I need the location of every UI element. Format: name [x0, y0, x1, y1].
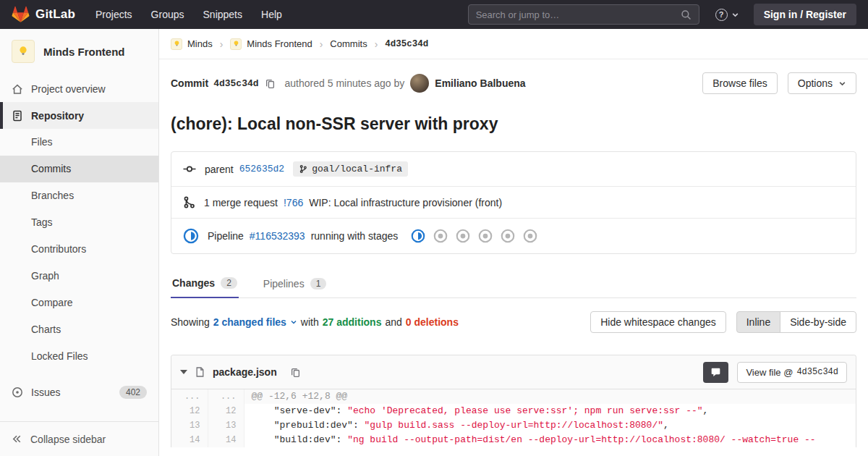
file-icon: [195, 366, 205, 378]
sidebar-item-graph[interactable]: Graph: [0, 263, 158, 290]
hunk-header: @@ -12,6 +12,8 @@: [244, 389, 856, 404]
toggle-comments-button[interactable]: [703, 362, 728, 383]
diff-view-options: Hide whitespace changes Inline Side-by-s…: [590, 311, 856, 333]
nav-help[interactable]: Help: [261, 9, 282, 20]
brand-name: GitLab: [35, 7, 75, 22]
browse-files-button[interactable]: Browse files: [702, 72, 777, 94]
breadcrumb-project[interactable]: Minds Frontend: [230, 38, 312, 50]
diff-file-card: package.json View file @ 4d35c34d: [171, 355, 856, 447]
tab-changes[interactable]: Changes 2: [171, 270, 239, 298]
new-line-number[interactable]: 13: [208, 418, 244, 433]
author-avatar[interactable]: [410, 74, 429, 93]
chevron-down-icon: [838, 80, 846, 88]
showing-text: Showing: [171, 316, 210, 328]
commit-tabs: Changes 2 Pipelines 1: [171, 270, 856, 298]
stage-created-icon[interactable]: [456, 229, 470, 243]
stage-created-icon[interactable]: [523, 229, 537, 243]
sidebar-item-branches[interactable]: Branches: [0, 182, 158, 209]
help-menu[interactable]: ?: [715, 9, 739, 21]
sidebar-item-charts[interactable]: Charts: [0, 316, 158, 343]
breadcrumb-group[interactable]: Minds: [171, 38, 213, 50]
navbar-menu: Projects Groups Snippets Help: [95, 9, 282, 20]
issues-icon: [12, 387, 23, 398]
sidebar-item-tags[interactable]: Tags: [0, 209, 158, 236]
branch-ref-chip[interactable]: goal/local-infra: [293, 161, 408, 177]
nav-projects[interactable]: Projects: [95, 9, 132, 20]
copy-sha-button[interactable]: [263, 76, 278, 91]
diff-line-row: 14 14 "build:dev": "ng build --output-pa…: [171, 433, 856, 447]
changed-files-dropdown[interactable]: 2 changed files: [213, 316, 297, 328]
old-line-number[interactable]: 14: [171, 433, 208, 447]
main-content: Minds › Minds Frontend › Commits › 4d35c…: [159, 0, 868, 447]
pipeline-id-link[interactable]: #116532393: [250, 230, 305, 242]
commit-page: Commit 4d35c34d authored 5 minutes ago b…: [159, 71, 868, 447]
code-line: "build:dev": "ng build --output-path=dis…: [244, 433, 856, 447]
project-context[interactable]: Minds Frontend: [0, 29, 158, 71]
sidebar-item-files[interactable]: Files: [0, 129, 158, 156]
pipeline-status-text: running with stages: [311, 230, 399, 242]
issues-count-badge: 402: [119, 386, 147, 399]
project-sidebar: Minds Frontend Project overview Reposito…: [0, 29, 159, 456]
breadcrumb-commits[interactable]: Commits: [330, 38, 367, 49]
options-button[interactable]: Options: [788, 72, 856, 94]
collapse-sidebar-button[interactable]: Collapse sidebar: [0, 421, 158, 456]
nav-snippets[interactable]: Snippets: [203, 9, 242, 20]
mr-title: WIP: Local infrastructure provisioner (f…: [309, 197, 502, 208]
copy-file-path-button[interactable]: [288, 365, 303, 380]
sign-in-button[interactable]: Sign in / Register: [754, 4, 856, 25]
chevron-down-icon: [290, 318, 297, 326]
pipeline-mini-graph: [411, 229, 537, 243]
stage-created-icon[interactable]: [478, 229, 493, 243]
tab-changes-label: Changes: [172, 277, 215, 289]
parent-row: parent 652635d2 goal/local-infra: [171, 152, 856, 186]
parent-sha-link[interactable]: 652635d2: [239, 164, 284, 174]
comment-icon: [710, 367, 721, 378]
tab-pipelines[interactable]: Pipelines 1: [262, 270, 328, 297]
hide-whitespace-button[interactable]: Hide whitespace changes: [590, 311, 726, 333]
stage-created-icon[interactable]: [433, 229, 448, 243]
side-by-side-view-button[interactable]: Side-by-side: [780, 311, 856, 333]
collapse-label: Collapse sidebar: [30, 434, 106, 445]
new-line-number[interactable]: 14: [208, 433, 244, 447]
author-name[interactable]: Emiliano Balbuena: [435, 77, 525, 89]
pipeline-running-icon[interactable]: [183, 228, 199, 244]
commit-actions: Browse files Options: [702, 72, 856, 94]
sidebar-item-label: Issues: [31, 387, 60, 398]
stage-created-icon[interactable]: [501, 229, 515, 243]
sidebar-item-compare[interactable]: Compare: [0, 290, 158, 316]
new-line-number[interactable]: 12: [208, 404, 244, 418]
project-avatar-icon: [230, 38, 242, 50]
breadcrumb-project-label: Minds Frontend: [247, 38, 312, 49]
mr-ref-link[interactable]: !766: [284, 197, 303, 208]
inline-view-button[interactable]: Inline: [736, 311, 780, 333]
sidebar-item-repository[interactable]: Repository: [0, 102, 158, 129]
and-text: and: [385, 316, 401, 328]
nav-groups[interactable]: Groups: [151, 9, 184, 20]
gitlab-home-link[interactable]: GitLab: [12, 6, 75, 23]
search-box[interactable]: [468, 4, 699, 25]
breadcrumb-separator: ›: [320, 38, 323, 50]
old-line-number[interactable]: 12: [171, 404, 208, 418]
top-navbar: GitLab Projects Groups Snippets Help ? S…: [0, 0, 868, 29]
search-input[interactable]: [476, 9, 675, 20]
old-line-number[interactable]: 13: [171, 418, 208, 433]
changes-count-badge: 2: [221, 277, 237, 289]
commit-label: Commit: [171, 77, 208, 89]
view-file-button[interactable]: View file @ 4d35c34d: [737, 362, 847, 383]
sidebar-item-issues[interactable]: Issues 402: [0, 379, 158, 405]
chevron-down-icon: [731, 11, 739, 19]
sidebar-item-project-overview[interactable]: Project overview: [0, 75, 158, 102]
diff-hunk-row: ... ... @@ -12,6 +12,8 @@: [171, 389, 856, 404]
diff-file-name[interactable]: package.json: [213, 366, 277, 378]
breadcrumb-group-label: Minds: [187, 38, 213, 49]
sidebar-item-locked-files[interactable]: Locked Files: [0, 343, 158, 370]
sidebar-item-commits[interactable]: Commits: [0, 156, 158, 182]
old-line-number: ...: [171, 389, 208, 404]
copy-icon: [290, 367, 301, 378]
collapse-file-icon[interactable]: [180, 370, 187, 374]
diff-mode-toggle: Inline Side-by-side: [736, 311, 856, 333]
sidebar-item-contributors[interactable]: Contributors: [0, 236, 158, 263]
home-icon: [12, 83, 23, 95]
stage-running-icon[interactable]: [411, 229, 425, 243]
merge-request-row: 1 merge request !766 WIP: Local infrastr…: [171, 186, 856, 218]
